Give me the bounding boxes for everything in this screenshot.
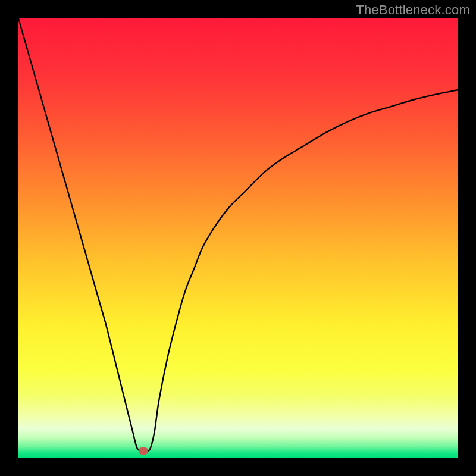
optimal-marker-icon [139,447,148,455]
watermark-label: TheBottleneck.com [356,2,470,18]
plot-area [18,18,458,458]
chart-frame: TheBottleneck.com [0,0,476,476]
bottleneck-curve [18,18,458,458]
